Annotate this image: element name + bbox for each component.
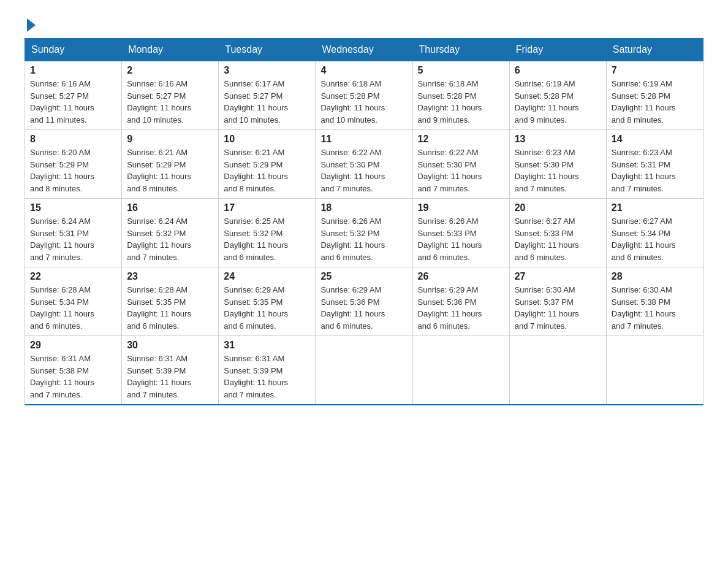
day-info: Sunrise: 6:23 AMSunset: 5:30 PMDaylight:…	[515, 147, 601, 194]
day-number: 9	[127, 134, 213, 145]
day-number: 7	[612, 65, 698, 76]
header-monday: Monday	[122, 39, 219, 61]
day-info: Sunrise: 6:19 AMSunset: 5:28 PMDaylight:…	[515, 78, 601, 126]
day-info: Sunrise: 6:25 AMSunset: 5:32 PMDaylight:…	[224, 215, 310, 263]
day-info: Sunrise: 6:21 AMSunset: 5:29 PMDaylight:…	[127, 147, 213, 194]
day-info: Sunrise: 6:20 AMSunset: 5:29 PMDaylight:…	[30, 147, 116, 194]
day-info: Sunrise: 6:27 AMSunset: 5:33 PMDaylight:…	[515, 215, 601, 263]
calendar-cell: 7Sunrise: 6:19 AMSunset: 5:28 PMDaylight…	[606, 61, 703, 130]
calendar-cell: 26Sunrise: 6:29 AMSunset: 5:36 PMDayligh…	[412, 267, 509, 336]
day-number: 16	[127, 202, 213, 213]
day-number: 24	[224, 271, 310, 282]
calendar-cell: 1Sunrise: 6:16 AMSunset: 5:27 PMDaylight…	[25, 61, 122, 130]
day-info: Sunrise: 6:17 AMSunset: 5:27 PMDaylight:…	[224, 78, 310, 126]
calendar-cell: 16Sunrise: 6:24 AMSunset: 5:32 PMDayligh…	[122, 199, 219, 267]
day-number: 15	[30, 202, 116, 213]
day-info: Sunrise: 6:30 AMSunset: 5:38 PMDaylight:…	[612, 284, 698, 332]
day-info: Sunrise: 6:26 AMSunset: 5:32 PMDaylight:…	[320, 215, 407, 263]
day-number: 4	[320, 65, 407, 76]
calendar-cell: 29Sunrise: 6:31 AMSunset: 5:38 PMDayligh…	[25, 336, 122, 405]
day-info: Sunrise: 6:31 AMSunset: 5:39 PMDaylight:…	[224, 353, 310, 400]
day-info: Sunrise: 6:22 AMSunset: 5:30 PMDaylight:…	[418, 147, 504, 194]
day-info: Sunrise: 6:31 AMSunset: 5:38 PMDaylight:…	[30, 353, 116, 400]
calendar-cell: 17Sunrise: 6:25 AMSunset: 5:32 PMDayligh…	[219, 199, 316, 267]
day-number: 3	[224, 65, 310, 76]
calendar-week-row: 15Sunrise: 6:24 AMSunset: 5:31 PMDayligh…	[25, 199, 703, 267]
header-tuesday: Tuesday	[219, 39, 316, 61]
calendar-week-row: 1Sunrise: 6:16 AMSunset: 5:27 PMDaylight…	[25, 61, 703, 130]
day-number: 27	[515, 271, 601, 282]
calendar-cell: 28Sunrise: 6:30 AMSunset: 5:38 PMDayligh…	[606, 267, 703, 336]
calendar-cell: 6Sunrise: 6:19 AMSunset: 5:28 PMDaylight…	[509, 61, 606, 130]
header-thursday: Thursday	[412, 39, 509, 61]
day-info: Sunrise: 6:26 AMSunset: 5:33 PMDaylight:…	[418, 215, 504, 263]
day-info: Sunrise: 6:30 AMSunset: 5:37 PMDaylight:…	[515, 284, 601, 332]
day-number: 1	[30, 65, 116, 76]
calendar-cell: 21Sunrise: 6:27 AMSunset: 5:34 PMDayligh…	[606, 199, 703, 267]
day-info: Sunrise: 6:19 AMSunset: 5:28 PMDaylight:…	[612, 78, 698, 126]
day-info: Sunrise: 6:27 AMSunset: 5:34 PMDaylight:…	[612, 215, 698, 263]
day-info: Sunrise: 6:23 AMSunset: 5:31 PMDaylight:…	[612, 147, 698, 194]
day-number: 18	[320, 202, 407, 213]
calendar-cell: 31Sunrise: 6:31 AMSunset: 5:39 PMDayligh…	[219, 336, 316, 405]
day-info: Sunrise: 6:22 AMSunset: 5:30 PMDaylight:…	[320, 147, 407, 194]
calendar-header-row: SundayMondayTuesdayWednesdayThursdayFrid…	[25, 39, 703, 61]
logo	[25, 18, 36, 32]
calendar-cell: 14Sunrise: 6:23 AMSunset: 5:31 PMDayligh…	[606, 130, 703, 199]
day-number: 22	[30, 271, 116, 282]
day-info: Sunrise: 6:21 AMSunset: 5:29 PMDaylight:…	[224, 147, 310, 194]
day-info: Sunrise: 6:31 AMSunset: 5:39 PMDaylight:…	[127, 353, 213, 400]
header-sunday: Sunday	[25, 39, 122, 61]
calendar-cell: 10Sunrise: 6:21 AMSunset: 5:29 PMDayligh…	[219, 130, 316, 199]
calendar-cell: 4Sunrise: 6:18 AMSunset: 5:28 PMDaylight…	[316, 61, 412, 130]
day-number: 21	[612, 202, 698, 213]
day-number: 8	[30, 134, 116, 145]
day-info: Sunrise: 6:29 AMSunset: 5:36 PMDaylight:…	[418, 284, 504, 332]
calendar-cell: 15Sunrise: 6:24 AMSunset: 5:31 PMDayligh…	[25, 199, 122, 267]
calendar-cell: 22Sunrise: 6:28 AMSunset: 5:34 PMDayligh…	[25, 267, 122, 336]
day-info: Sunrise: 6:18 AMSunset: 5:28 PMDaylight:…	[418, 78, 504, 126]
day-number: 6	[515, 65, 601, 76]
day-number: 23	[127, 271, 213, 282]
calendar-cell	[316, 336, 412, 405]
calendar-cell: 5Sunrise: 6:18 AMSunset: 5:28 PMDaylight…	[412, 61, 509, 130]
day-info: Sunrise: 6:24 AMSunset: 5:32 PMDaylight:…	[127, 215, 213, 263]
day-info: Sunrise: 6:29 AMSunset: 5:35 PMDaylight:…	[224, 284, 310, 332]
calendar-table: SundayMondayTuesdayWednesdayThursdayFrid…	[25, 38, 703, 405]
logo-triangle-icon	[27, 18, 36, 32]
calendar-cell: 25Sunrise: 6:29 AMSunset: 5:36 PMDayligh…	[316, 267, 412, 336]
day-info: Sunrise: 6:28 AMSunset: 5:34 PMDaylight:…	[30, 284, 116, 332]
day-number: 13	[515, 134, 601, 145]
header-friday: Friday	[509, 39, 606, 61]
day-number: 31	[224, 340, 310, 351]
calendar-cell: 27Sunrise: 6:30 AMSunset: 5:37 PMDayligh…	[509, 267, 606, 336]
calendar-cell: 23Sunrise: 6:28 AMSunset: 5:35 PMDayligh…	[122, 267, 219, 336]
calendar-cell: 2Sunrise: 6:16 AMSunset: 5:27 PMDaylight…	[122, 61, 219, 130]
calendar-cell	[412, 336, 509, 405]
day-number: 30	[127, 340, 213, 351]
day-number: 20	[515, 202, 601, 213]
day-number: 28	[612, 271, 698, 282]
calendar-cell: 30Sunrise: 6:31 AMSunset: 5:39 PMDayligh…	[122, 336, 219, 405]
day-info: Sunrise: 6:24 AMSunset: 5:31 PMDaylight:…	[30, 215, 116, 263]
calendar-week-row: 22Sunrise: 6:28 AMSunset: 5:34 PMDayligh…	[25, 267, 703, 336]
day-info: Sunrise: 6:18 AMSunset: 5:28 PMDaylight:…	[320, 78, 407, 126]
day-number: 5	[418, 65, 504, 76]
day-number: 14	[612, 134, 698, 145]
day-info: Sunrise: 6:16 AMSunset: 5:27 PMDaylight:…	[30, 78, 116, 126]
day-number: 17	[224, 202, 310, 213]
header-wednesday: Wednesday	[316, 39, 412, 61]
day-number: 11	[320, 134, 407, 145]
calendar-cell: 13Sunrise: 6:23 AMSunset: 5:30 PMDayligh…	[509, 130, 606, 199]
calendar-cell	[606, 336, 703, 405]
calendar-week-row: 29Sunrise: 6:31 AMSunset: 5:38 PMDayligh…	[25, 336, 703, 405]
day-info: Sunrise: 6:28 AMSunset: 5:35 PMDaylight:…	[127, 284, 213, 332]
calendar-cell: 20Sunrise: 6:27 AMSunset: 5:33 PMDayligh…	[509, 199, 606, 267]
calendar-cell	[509, 336, 606, 405]
day-number: 25	[320, 271, 407, 282]
day-info: Sunrise: 6:16 AMSunset: 5:27 PMDaylight:…	[127, 78, 213, 126]
calendar-week-row: 8Sunrise: 6:20 AMSunset: 5:29 PMDaylight…	[25, 130, 703, 199]
day-number: 10	[224, 134, 310, 145]
day-number: 29	[30, 340, 116, 351]
calendar-cell: 12Sunrise: 6:22 AMSunset: 5:30 PMDayligh…	[412, 130, 509, 199]
